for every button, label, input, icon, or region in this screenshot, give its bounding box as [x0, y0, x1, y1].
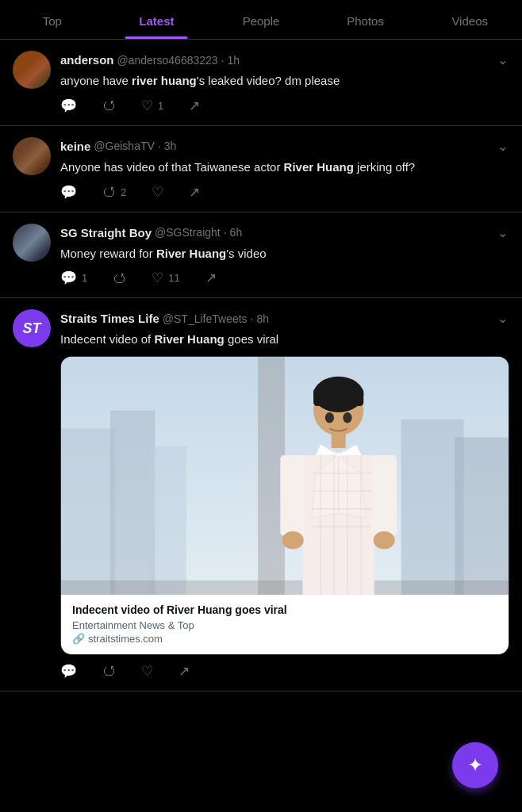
reply-icon: 💬: [60, 270, 77, 286]
like-button[interactable]: ♡: [141, 663, 153, 680]
reply-button[interactable]: 💬 1: [60, 270, 87, 286]
text-before: Indecent video of: [60, 332, 154, 346]
tweet-list: anderson @anderso46683223 · 1h ⌄ anyone …: [0, 40, 522, 691]
username: Straits Times Life: [60, 312, 159, 325]
text-after: 's leaked video? dm please: [197, 74, 340, 87]
tweet-body: anderson @anderso46683223 · 1h ⌄ anyone …: [60, 51, 509, 114]
tab-videos[interactable]: Videos: [417, 0, 522, 39]
tweet-meta: Straits Times Life @ST_LifeTweets · 8h: [60, 312, 269, 325]
chevron-down-icon[interactable]: ⌄: [496, 309, 509, 327]
avatar: [13, 224, 51, 262]
svg-rect-2: [110, 411, 155, 595]
tweet-text: Anyone has video of that Taiwanese actor…: [60, 159, 509, 176]
like-button[interactable]: ♡ 1: [141, 98, 163, 114]
share-button[interactable]: ↗︎: [189, 98, 200, 114]
share-button[interactable]: ↗︎: [189, 184, 200, 201]
avatar: [13, 51, 51, 89]
chevron-down-icon[interactable]: ⌄: [496, 137, 509, 155]
link-icon: 🔗: [72, 633, 85, 645]
svg-point-25: [374, 531, 395, 550]
heart-icon: ♡: [141, 98, 153, 114]
svg-rect-22: [280, 455, 305, 536]
username: SG Straight Boy: [60, 226, 152, 239]
tweet-meta: keine @GeishaTV · 3h: [60, 140, 176, 153]
svg-point-24: [282, 531, 304, 550]
tweet-meta: SG Straight Boy @SGStraight · 6h: [60, 226, 242, 239]
media-caption-link: 🔗 straitstimes.com: [72, 633, 497, 645]
retweet-button[interactable]: ⭯ 2: [102, 184, 126, 200]
dot: ·: [224, 226, 227, 239]
time: 3h: [164, 140, 177, 152]
tab-latest[interactable]: Latest: [105, 0, 209, 39]
reply-button[interactable]: 💬: [60, 98, 77, 114]
tab-top[interactable]: Top: [0, 0, 105, 39]
tweet-actions: 💬 ⭯ ♡ ↗︎: [60, 663, 509, 680]
retweet-count: 2: [121, 186, 126, 198]
text-before: Anyone has video of that Taiwanese actor: [60, 160, 284, 174]
tweet-header: keine @GeishaTV · 3h ⌄: [60, 137, 509, 155]
media-card[interactable]: Indecent video of River Huang goes viral…: [60, 356, 509, 655]
media-caption-title: Indecent video of River Huang goes viral: [72, 603, 497, 618]
share-button[interactable]: ↗︎: [178, 663, 190, 680]
svg-rect-3: [151, 446, 186, 595]
tweet-body: keine @GeishaTV · 3h ⌄ Anyone has video …: [60, 137, 509, 201]
media-image: [61, 357, 509, 595]
retweet-button[interactable]: ⭯: [102, 98, 116, 113]
retweet-icon: ⭯: [113, 270, 126, 286]
svg-rect-4: [401, 419, 464, 595]
reply-icon: 💬: [60, 184, 77, 201]
retweet-icon: ⭯: [102, 184, 116, 200]
svg-rect-10: [313, 388, 363, 406]
dot: ·: [158, 140, 161, 152]
chevron-down-icon[interactable]: ⌄: [496, 51, 509, 69]
tab-bar: Top Latest People Photos Videos: [0, 0, 522, 40]
share-icon: ↗︎: [205, 270, 217, 286]
retweet-icon: ⭯: [102, 98, 116, 113]
tweet-header: SG Straight Boy @SGStraight · 6h ⌄: [60, 224, 509, 242]
retweet-button[interactable]: ⭯: [113, 270, 126, 286]
like-button[interactable]: ♡ 11: [152, 270, 179, 286]
text-bold: River Huang: [156, 247, 226, 260]
tab-people[interactable]: People: [209, 0, 313, 39]
table-row: SG Straight Boy @SGStraight · 6h ⌄ Money…: [0, 213, 522, 299]
dot: ·: [251, 312, 254, 325]
time: 1h: [228, 54, 240, 67]
handle: @SGStraight: [155, 226, 221, 239]
media-caption: Indecent video of River Huang goes viral…: [61, 595, 509, 654]
tweet-header: Straits Times Life @ST_LifeTweets · 8h ⌄: [60, 309, 509, 327]
compose-fab-button[interactable]: ✦: [452, 742, 498, 788]
reply-button[interactable]: 💬: [60, 663, 77, 680]
text-bold: River Huang: [154, 332, 224, 346]
like-count: 1: [158, 100, 163, 112]
link-text: straitstimes.com: [88, 633, 163, 645]
text-after: 's video: [226, 247, 266, 260]
table-row: keine @GeishaTV · 3h ⌄ Anyone has video …: [0, 126, 522, 213]
svg-rect-21: [303, 455, 374, 595]
reply-count: 1: [82, 272, 87, 284]
avatar: ST: [13, 309, 51, 347]
text-before: Money reward for: [60, 247, 156, 260]
reply-icon: 💬: [60, 98, 77, 114]
like-button[interactable]: ♡: [152, 184, 163, 201]
tweet-meta: anderson @anderso46683223 · 1h: [60, 53, 240, 67]
tab-photos[interactable]: Photos: [313, 0, 418, 39]
tweet-text: Money reward for River Huang's video: [60, 245, 509, 262]
table-row: anderson @anderso46683223 · 1h ⌄ anyone …: [0, 40, 522, 126]
heart-icon: ♡: [152, 270, 163, 286]
reply-button[interactable]: 💬: [60, 184, 77, 201]
text-after: jerking off?: [354, 160, 415, 174]
text-bold: river huang: [132, 74, 197, 87]
retweet-button[interactable]: ⭯: [102, 663, 116, 679]
chevron-down-icon[interactable]: ⌄: [496, 224, 509, 242]
svg-rect-23: [371, 455, 397, 536]
avatar: [13, 137, 51, 175]
time: 6h: [230, 226, 243, 239]
text-bold: River Huang: [284, 160, 354, 174]
reply-icon: 💬: [60, 663, 77, 680]
tweet-body: Straits Times Life @ST_LifeTweets · 8h ⌄…: [60, 309, 509, 680]
tweet-text: anyone have river huang's leaked video? …: [60, 72, 509, 90]
table-row: ST Straits Times Life @ST_LifeTweets · 8…: [0, 298, 522, 691]
share-button[interactable]: ↗︎: [205, 270, 217, 286]
share-icon: ↗︎: [189, 184, 200, 201]
time: 8h: [256, 312, 269, 325]
